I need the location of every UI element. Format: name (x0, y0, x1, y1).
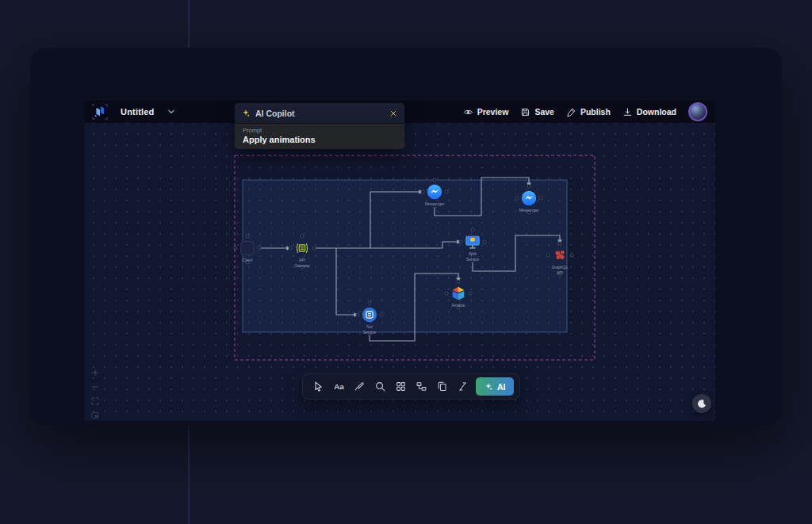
publish-icon (566, 107, 576, 117)
node-label: Messenger (497, 208, 561, 213)
node-label: Net Service (338, 324, 401, 335)
fit-view-button[interactable] (89, 395, 102, 407)
tool-components-button[interactable] (391, 377, 410, 396)
connection-port[interactable] (356, 313, 359, 316)
publish-label: Publish (580, 107, 611, 117)
chevron-down-icon[interactable] (166, 106, 177, 117)
preview-button[interactable]: Preview (463, 107, 509, 117)
node-label: GraphQL API (528, 265, 592, 275)
connection-port[interactable] (527, 185, 530, 188)
node-label: Airtable (427, 303, 490, 308)
moon-icon (697, 399, 707, 409)
connection-port[interactable] (570, 254, 573, 257)
app-logo-icon[interactable] (91, 103, 109, 120)
theme-toggle-button[interactable] (692, 394, 711, 413)
user-avatar[interactable] (688, 102, 707, 121)
connection-port[interactable] (445, 292, 448, 295)
connection-port[interactable] (459, 240, 462, 243)
connection-port[interactable] (421, 190, 424, 193)
ai-copilot-header: AI Copilot (235, 103, 404, 124)
tool-draw-button[interactable] (350, 377, 369, 396)
connection-port[interactable] (368, 301, 371, 304)
eye-icon (463, 107, 473, 117)
zoom-in-button[interactable] (89, 366, 102, 379)
plus-icon (90, 368, 100, 377)
connection-port[interactable] (515, 197, 519, 200)
tool-frames-button[interactable] (412, 377, 431, 396)
tool-select-button[interactable] (308, 377, 327, 396)
tool-search-button[interactable] (370, 377, 389, 396)
connection-port[interactable] (558, 242, 561, 245)
gateway-icon (293, 239, 311, 257)
ai-copilot-title: AI Copilot (255, 109, 295, 118)
download-icon (622, 107, 633, 117)
zoom-out-button[interactable] (89, 381, 102, 393)
flow-icon (416, 381, 427, 392)
connection-port[interactable] (246, 235, 249, 238)
download-label: Download (637, 107, 676, 117)
node-label: Client (216, 258, 279, 263)
editor-toolbar: AaAI (302, 373, 520, 400)
connection-port[interactable] (301, 235, 304, 238)
publish-button[interactable]: Publish (566, 107, 611, 117)
preview-label: Preview (477, 107, 509, 117)
client-box-icon (239, 239, 256, 257)
tool-connector-button[interactable] (453, 377, 472, 396)
connection-port[interactable] (445, 190, 448, 193)
connection-port[interactable] (289, 247, 292, 250)
connection-port[interactable] (483, 240, 486, 243)
messenger-icon (426, 183, 443, 201)
ai-button-label: AI (497, 382, 506, 392)
connection-port[interactable] (380, 313, 383, 316)
minimap-button[interactable] (89, 409, 102, 422)
connection-port[interactable] (258, 247, 261, 250)
minimap-icon (90, 411, 100, 420)
sparkle-icon (241, 109, 251, 118)
node-label: API Gateway (270, 258, 334, 268)
save-label: Save (534, 107, 554, 117)
tool-duplicate-button[interactable] (432, 377, 451, 396)
zoom-controls (89, 366, 102, 422)
fit-icon (90, 396, 100, 406)
prompt-label: Prompt (243, 127, 396, 134)
connection-port[interactable] (471, 228, 474, 231)
search-icon (374, 381, 386, 392)
svg-text:Aa: Aa (334, 382, 344, 391)
cluster-icon (551, 247, 569, 264)
document-title[interactable]: Untitled (121, 107, 155, 117)
node-label: Web Service (441, 251, 504, 262)
sparkle-icon (484, 382, 493, 392)
copy-icon (436, 381, 448, 392)
ai-tool-button[interactable]: AI (476, 377, 514, 396)
cube-icon (450, 285, 467, 302)
prompt-value: Apply animations (243, 135, 396, 144)
connection-port[interactable] (469, 292, 472, 295)
node-label: Messenger (403, 201, 466, 207)
download-button[interactable]: Download (622, 107, 676, 117)
tool-text-button[interactable]: Aa (329, 377, 348, 396)
ai-copilot-prompt[interactable]: Prompt Apply animations (235, 124, 404, 149)
app-screenshot: Untitled Preview Save Publish Download C… (0, 0, 812, 524)
text-icon: Aa (333, 381, 345, 392)
grid-icon (395, 381, 407, 392)
save-button[interactable]: Save (520, 107, 554, 117)
connector-icon (457, 381, 469, 392)
ai-copilot-panel: AI Copilot Prompt Apply animations (235, 103, 404, 149)
app-circle-icon (361, 306, 378, 323)
connection-port[interactable] (312, 247, 316, 250)
close-icon[interactable] (389, 109, 398, 118)
minus-icon (90, 382, 100, 392)
connection-port[interactable] (457, 280, 460, 283)
topbar-actions: Preview Save Publish Download (463, 102, 715, 121)
save-icon (520, 107, 530, 117)
monitor-icon (464, 233, 481, 251)
connection-port[interactable] (546, 254, 550, 257)
draw-icon (354, 381, 366, 392)
connection-port[interactable] (433, 178, 436, 182)
messenger-icon (520, 189, 538, 207)
connection-port[interactable] (539, 197, 542, 200)
cursor-icon (312, 381, 324, 392)
